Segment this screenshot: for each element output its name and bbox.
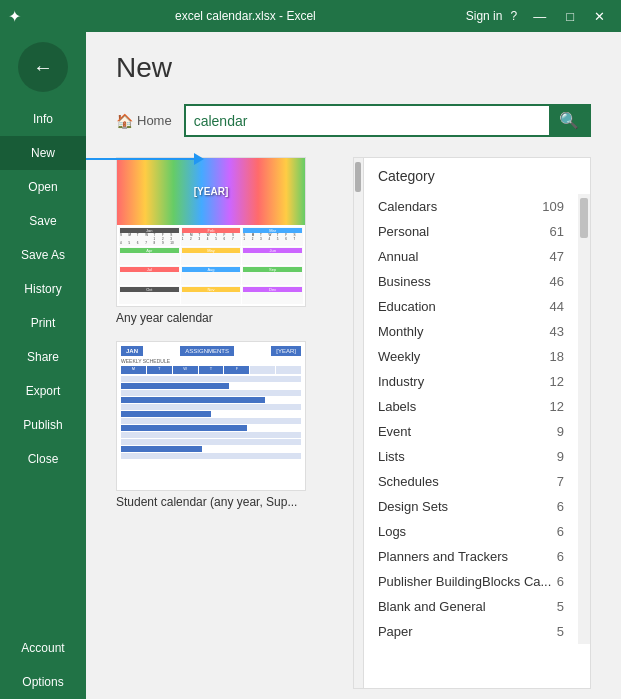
sidebar-item-options[interactable]: Options (0, 665, 86, 699)
category-row[interactable]: Business46 (364, 269, 578, 294)
sidebar-label-close: Close (28, 452, 59, 466)
window-controls: — □ ✕ (525, 7, 613, 26)
sidebar-spacer (0, 476, 86, 631)
category-row[interactable]: Calendars109 (364, 194, 578, 219)
sidebar-item-publish[interactable]: Publish (0, 408, 86, 442)
category-row[interactable]: Industry12 (364, 369, 578, 394)
sidebar-label-options: Options (22, 675, 63, 689)
category-label: Blank and General (378, 599, 486, 614)
category-label: Schedules (378, 474, 439, 489)
category-row[interactable]: Monthly43 (364, 319, 578, 344)
search-button[interactable]: 🔍 (549, 106, 589, 135)
templates-list: [YEAR] Jan SMTWTFS 123 45678910 (116, 157, 333, 689)
home-icon: 🏠 (116, 113, 133, 129)
category-row[interactable]: Weekly18 (364, 344, 578, 369)
sidebar-item-info[interactable]: Info (0, 102, 86, 136)
category-count: 109 (542, 199, 564, 214)
page-title: New (116, 52, 172, 83)
category-label: Personal (378, 224, 429, 239)
category-panel: Category Calendars109Personal61Annual47B… (363, 157, 591, 689)
category-row[interactable]: Schedules7 (364, 469, 578, 494)
sidebar-item-print[interactable]: Print (0, 306, 86, 340)
category-label: Education (378, 299, 436, 314)
category-header: Category (364, 158, 590, 194)
sidebar-item-save[interactable]: Save (0, 204, 86, 238)
category-count: 61 (550, 224, 564, 239)
category-label: Planners and Trackers (378, 549, 508, 564)
category-row[interactable]: Event9 (364, 419, 578, 444)
category-row[interactable]: Paper5 (364, 619, 578, 644)
category-count: 44 (550, 299, 564, 314)
category-count: 5 (557, 624, 564, 639)
template-label-student: Student calendar (any year, Sup... (116, 495, 333, 509)
search-icon: 🔍 (559, 112, 579, 129)
outer-scrollbar[interactable] (353, 157, 363, 689)
home-link[interactable]: 🏠 Home (116, 113, 172, 129)
sidebar-item-account[interactable]: Account (0, 631, 86, 665)
category-row[interactable]: Planners and Trackers6 (364, 544, 578, 569)
help-icon[interactable]: ? (510, 9, 517, 23)
template-label-any-year: Any year calendar (116, 311, 333, 325)
sidebar-item-close[interactable]: Close (0, 442, 86, 476)
signin-link[interactable]: Sign in (466, 9, 503, 23)
sidebar-label-history: History (24, 282, 61, 296)
category-with-scroll: Calendars109Personal61Annual47Business46… (364, 194, 590, 644)
category-count: 43 (550, 324, 564, 339)
category-row[interactable]: Lists9 (364, 444, 578, 469)
category-label: Calendars (378, 199, 437, 214)
category-count: 6 (557, 574, 564, 589)
sidebar: ← Info New Open Save Save As History Pri… (0, 32, 86, 699)
category-count: 6 (557, 524, 564, 539)
category-section: Category Calendars109Personal61Annual47B… (353, 157, 591, 689)
sidebar-label-info: Info (33, 112, 53, 126)
content-area: [YEAR] Jan SMTWTFS 123 45678910 (86, 147, 621, 699)
category-row[interactable]: Blank and General5 (364, 594, 578, 619)
search-input[interactable] (186, 108, 549, 134)
category-count: 18 (550, 349, 564, 364)
category-label: Business (378, 274, 431, 289)
sidebar-item-share[interactable]: Share (0, 340, 86, 374)
category-count: 9 (557, 449, 564, 464)
sidebar-label-save: Save (29, 214, 56, 228)
close-button[interactable]: ✕ (586, 7, 613, 26)
sidebar-label-share: Share (27, 350, 59, 364)
main-content: New 🏠 Home 🔍 (86, 32, 621, 699)
sidebar-label-open: Open (28, 180, 57, 194)
sidebar-label-print: Print (31, 316, 56, 330)
search-area: 🏠 Home 🔍 (86, 94, 621, 147)
category-label: Event (378, 424, 411, 439)
category-row[interactable]: Publisher BuildingBlocks Ca...6 (364, 569, 578, 594)
titlebar-title: excel calendar.xlsx - Excel (25, 9, 466, 23)
category-row[interactable]: Personal61 (364, 219, 578, 244)
sidebar-label-saveas: Save As (21, 248, 65, 262)
category-row[interactable]: Education44 (364, 294, 578, 319)
category-scroll[interactable]: Calendars109Personal61Annual47Business46… (364, 194, 578, 644)
category-label: Lists (378, 449, 405, 464)
category-row[interactable]: Logs6 (364, 519, 578, 544)
sidebar-label-export: Export (26, 384, 61, 398)
category-label: Annual (378, 249, 418, 264)
template-preview-any-year: [YEAR] Jan SMTWTFS 123 45678910 (116, 157, 306, 307)
template-item-any-year[interactable]: [YEAR] Jan SMTWTFS 123 45678910 (116, 157, 333, 325)
back-button[interactable]: ← (18, 42, 68, 92)
category-row[interactable]: Labels12 (364, 394, 578, 419)
template-item-student[interactable]: JAN ASSIGNMENTS [YEAR] WEEKLY SCHEDULE M… (116, 341, 333, 509)
sidebar-item-new[interactable]: New (0, 136, 86, 170)
category-row[interactable]: Design Sets6 (364, 494, 578, 519)
category-scrollbar[interactable] (578, 194, 590, 644)
maximize-button[interactable]: □ (558, 7, 582, 26)
category-label: Industry (378, 374, 424, 389)
sidebar-item-saveas[interactable]: Save As (0, 238, 86, 272)
minimize-button[interactable]: — (525, 7, 554, 26)
category-count: 46 (550, 274, 564, 289)
sidebar-item-history[interactable]: History (0, 272, 86, 306)
sidebar-item-open[interactable]: Open (0, 170, 86, 204)
home-label: Home (137, 113, 172, 128)
titlebar: ✦ excel calendar.xlsx - Excel Sign in ? … (0, 0, 621, 32)
category-label: Labels (378, 399, 416, 414)
app-icon: ✦ (8, 7, 21, 26)
category-row[interactable]: Annual47 (364, 244, 578, 269)
sidebar-item-export[interactable]: Export (0, 374, 86, 408)
category-count: 47 (550, 249, 564, 264)
search-box: 🔍 (184, 104, 591, 137)
